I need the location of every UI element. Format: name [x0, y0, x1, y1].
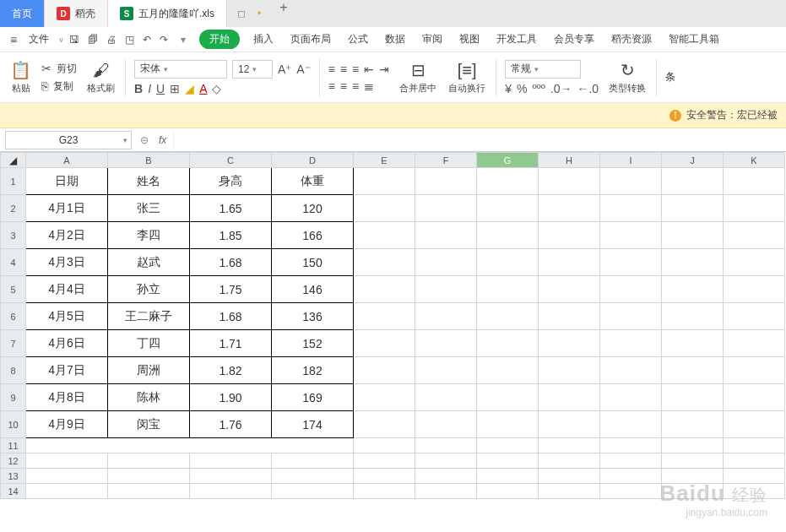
cell[interactable] — [415, 222, 477, 249]
cell[interactable] — [477, 195, 539, 222]
cell[interactable] — [354, 357, 415, 384]
cell[interactable] — [539, 168, 600, 195]
cell[interactable] — [539, 438, 600, 453]
decrease-font-icon[interactable]: A⁻ — [296, 62, 310, 76]
cell[interactable]: 张三 — [108, 195, 190, 222]
cell[interactable] — [415, 411, 477, 438]
wrap-text-button[interactable]: [≡] 自动换行 — [447, 61, 487, 95]
cell[interactable] — [662, 303, 724, 330]
cell[interactable] — [477, 469, 539, 484]
cell[interactable] — [724, 195, 785, 222]
cell[interactable] — [539, 469, 600, 484]
print-icon[interactable]: 🖨 — [104, 34, 119, 46]
menu-insert[interactable]: 插入 — [247, 32, 280, 46]
cell[interactable] — [354, 303, 415, 330]
thousands-icon[interactable]: ººº — [532, 82, 545, 95]
menu-formula[interactable]: 公式 — [341, 32, 375, 46]
cell[interactable] — [724, 384, 785, 411]
cell[interactable] — [662, 330, 724, 357]
font-color-icon[interactable]: A — [199, 82, 207, 95]
cell[interactable] — [415, 438, 477, 453]
cell[interactable] — [600, 330, 662, 357]
cell[interactable] — [477, 168, 539, 195]
merge-center-button[interactable]: ⊟ 合并居中 — [398, 60, 438, 95]
cell[interactable] — [662, 357, 724, 384]
cell[interactable] — [600, 168, 662, 195]
menu-data[interactable]: 数据 — [378, 32, 412, 46]
cell[interactable]: 4月1日 — [26, 195, 108, 222]
cell[interactable] — [477, 357, 539, 384]
cell[interactable] — [724, 453, 785, 469]
cell[interactable] — [26, 438, 354, 453]
font-size-select[interactable]: 12▾ — [232, 60, 273, 79]
cell[interactable]: 周洲 — [108, 357, 190, 384]
menu-tools[interactable]: 智能工具箱 — [662, 32, 726, 46]
dropdown-arrow-icon[interactable]: ▾ — [174, 34, 192, 46]
align-bottom-icon[interactable]: ≡ — [352, 62, 359, 76]
increase-font-icon[interactable]: A⁺ — [278, 62, 291, 76]
cell[interactable] — [600, 438, 662, 453]
cell[interactable]: 174 — [272, 411, 354, 438]
cell[interactable]: 4月8日 — [26, 384, 108, 411]
cell[interactable] — [539, 453, 600, 469]
col-header-f[interactable]: F — [415, 153, 477, 168]
cell[interactable] — [354, 195, 415, 222]
cell[interactable] — [662, 249, 724, 276]
fill-color-icon[interactable]: ◢ — [185, 82, 194, 95]
cell[interactable] — [600, 222, 662, 249]
cell[interactable]: 姓名 — [108, 168, 190, 195]
cell[interactable] — [724, 438, 785, 453]
row-header[interactable]: 10 — [1, 411, 26, 438]
conditional-label[interactable]: 条 — [665, 70, 675, 84]
cell[interactable]: 1.65 — [190, 195, 272, 222]
cell[interactable]: 1.82 — [190, 357, 272, 384]
cell[interactable] — [539, 222, 600, 249]
cell[interactable] — [724, 411, 785, 438]
cell[interactable] — [477, 411, 539, 438]
file-menu[interactable]: 文件 — [22, 32, 56, 46]
cell[interactable] — [477, 384, 539, 411]
cell[interactable] — [724, 249, 785, 276]
cell[interactable] — [190, 484, 272, 499]
underline-icon[interactable]: U — [156, 82, 165, 95]
menu-member[interactable]: 会员专享 — [547, 32, 601, 46]
col-header-a[interactable]: A — [26, 153, 108, 168]
cell[interactable] — [272, 453, 354, 469]
cell[interactable] — [600, 384, 662, 411]
cell[interactable] — [354, 384, 415, 411]
cell[interactable] — [354, 469, 415, 484]
cell[interactable] — [724, 276, 785, 303]
row-header[interactable]: 13 — [1, 469, 26, 484]
border-icon[interactable]: ⊞ — [170, 82, 180, 95]
zoom-icon[interactable]: ⊖ — [137, 134, 152, 146]
cell[interactable]: 1.85 — [190, 222, 272, 249]
cell[interactable] — [354, 453, 415, 469]
cell[interactable]: 1.68 — [190, 303, 272, 330]
cell[interactable]: 4月4日 — [26, 276, 108, 303]
cell[interactable] — [354, 330, 415, 357]
col-header-b[interactable]: B — [108, 153, 190, 168]
indent-left-icon[interactable]: ⇤ — [364, 62, 374, 76]
cell[interactable] — [477, 249, 539, 276]
cell[interactable] — [662, 484, 724, 499]
cell[interactable]: 赵武 — [108, 249, 190, 276]
bold-icon[interactable]: B — [134, 82, 143, 95]
cell[interactable]: 150 — [272, 249, 354, 276]
align-middle-icon[interactable]: ≡ — [340, 62, 347, 76]
copy-icon[interactable]: ⎘ — [41, 79, 48, 93]
select-all-corner[interactable]: ◢ — [1, 153, 26, 168]
cell[interactable] — [415, 195, 477, 222]
decimal-dec-icon[interactable]: ←.0 — [577, 82, 599, 95]
cell[interactable] — [354, 168, 415, 195]
distribute-icon[interactable]: ≣ — [364, 79, 374, 93]
row-header[interactable]: 3 — [1, 222, 26, 249]
print-preview-icon[interactable]: ◳ — [122, 34, 137, 46]
col-header-d[interactable]: D — [272, 153, 354, 168]
cell[interactable] — [190, 453, 272, 469]
cell[interactable] — [724, 484, 785, 499]
cell[interactable]: 4月2日 — [26, 222, 108, 249]
align-right-icon[interactable]: ≡ — [352, 79, 359, 93]
cell[interactable] — [26, 484, 108, 499]
save-icon[interactable]: 🖫 — [67, 34, 82, 46]
name-box[interactable]: G23 ▾ — [5, 131, 132, 149]
